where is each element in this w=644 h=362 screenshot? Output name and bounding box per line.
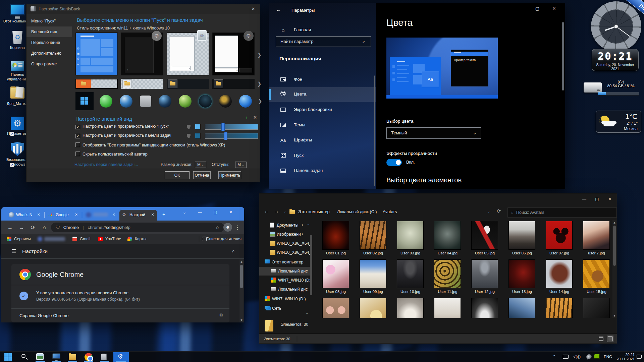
icon-size-select[interactable]: M ⌄ [195, 162, 206, 168]
checkbox-icon[interactable]: ✓ [75, 134, 80, 138]
expand-chevron-icon[interactable]: ⌄ [306, 311, 309, 315]
minimize-icon[interactable]: — [513, 3, 528, 14]
close-icon[interactable]: ✕ [604, 195, 615, 203]
menu-style-aero[interactable]: ⌕ ☺ [167, 33, 209, 75]
cancel-button[interactable]: Отмена [193, 171, 211, 179]
sib-checkbox-row[interactable]: ✓Настроить цвет и прозрачность панели за… [75, 133, 171, 140]
scroll-down-icon[interactable]: ▼ [239, 318, 244, 322]
file-item[interactable] [392, 298, 429, 318]
startisback-titlebar[interactable]: Настройки StartIsBack ✕ [26, 4, 260, 14]
settings-nav-fonts[interactable]: Aa Шрифты [269, 133, 376, 148]
taskbar-explorer[interactable] [66, 352, 79, 362]
clock-gadget[interactable] [591, 1, 641, 52]
minimize-icon[interactable]: — [193, 207, 207, 217]
collapse-chevron-icon[interactable]: ⌃ [307, 224, 310, 227]
start-orb-green[interactable] [179, 95, 192, 108]
sidebar-item-win7-win10-d2[interactable]: WIN7_WIN10 (D:) [259, 295, 312, 303]
sib-taskbar-perks-link[interactable]: Настроить перки панели задач... [74, 162, 138, 167]
start-orb-clover[interactable] [100, 95, 112, 108]
profile-avatar[interactable]: ☻ [223, 223, 232, 232]
file-thumbnail[interactable] [397, 221, 424, 250]
file-thumbnail[interactable] [434, 298, 461, 318]
file-thumbnail[interactable] [583, 259, 610, 288]
taskbar-startisback[interactable] [98, 352, 111, 362]
checkbox-icon[interactable] [75, 142, 80, 147]
explorer-search-input[interactable]: ⌕Поиск: Avatars [507, 207, 617, 218]
taskbar-style-dark[interactable] [167, 79, 209, 89]
sib-checkbox-row[interactable]: ✓Настроить цвет и прозрачность меню "Пус… [75, 124, 169, 131]
menu-style-contrast[interactable]: ⌕ ☺ [212, 33, 255, 75]
file-thumbnail[interactable] [360, 221, 386, 250]
tray-app-icon[interactable] [586, 354, 592, 360]
checkbox-icon[interactable]: ✓ [75, 125, 80, 129]
settings-nav-start[interactable]: Пуск [269, 148, 376, 163]
sidebar-item-network[interactable]: Сеть [259, 304, 312, 313]
tab-close-icon[interactable]: ✕ [75, 213, 78, 217]
content-scrollbar[interactable] [562, 22, 564, 90]
taskbar-display-app[interactable] [50, 352, 63, 362]
checkbox-icon[interactable] [75, 152, 80, 156]
file-thumbnail[interactable] [322, 298, 349, 318]
sib-nav-advanced[interactable]: Дополнительно [26, 48, 72, 59]
start-orb-black-blue[interactable] [159, 95, 171, 108]
sidebar-item-this-pc[interactable]: Этот компьютер [259, 258, 312, 266]
tab-settings-active[interactable]: ⚙ Настрой ✕ [119, 210, 157, 221]
file-thumbnail[interactable] [434, 221, 461, 250]
bookmark-gmail[interactable]: Gmail [80, 234, 90, 244]
sidebar-item-folder-win10[interactable]: WIN10_X86_X64_ [259, 239, 312, 248]
settings-nav-taskbar[interactable]: Панель задач [269, 164, 376, 178]
menu-style-dark[interactable]: ☺ ⌕ [121, 33, 163, 75]
maps-pin-icon[interactable] [127, 237, 132, 241]
scroll-up-icon[interactable]: ▲ [239, 260, 244, 263]
settings-nav-themes[interactable]: Темы [269, 118, 376, 133]
file-thumbnail[interactable] [508, 221, 535, 250]
file-thumbnail[interactable] [508, 298, 535, 318]
opacity-droplet-icon[interactable] [187, 125, 191, 129]
slider-handle[interactable] [221, 123, 225, 131]
maximize-icon[interactable]: ▢ [209, 207, 222, 217]
chrome-scrollbar[interactable]: ▲ ▼ [239, 259, 244, 322]
file-thumbnail[interactable] [546, 298, 573, 318]
spacing-select[interactable]: M ⌄ [235, 162, 247, 168]
sib-nav-about[interactable]: О программе [26, 59, 72, 69]
tab-close-icon[interactable]: ✕ [112, 213, 115, 217]
file-thumbnail[interactable] [322, 221, 349, 250]
settings-nav-lockscreen[interactable]: Экран блокировки [269, 103, 376, 117]
minimize-icon[interactable]: — [579, 195, 590, 203]
menu-style-win11[interactable]: ⚇▣⚙⏻ [75, 33, 118, 75]
sib-checkbox-row[interactable]: Отображать "Все программы" выпадающим сп… [75, 142, 225, 149]
tray-clock[interactable]: 20:2120.11.2021 [616, 353, 635, 361]
weather-gadget[interactable]: 1°C 2° / 1° Москва [596, 111, 641, 133]
tab-blurred[interactable]: ✕ [83, 210, 118, 221]
chevron-down-icon[interactable]: ⌄ [283, 209, 286, 213]
settings-nav-background[interactable]: Фон [269, 72, 376, 87]
apps-grid-icon[interactable] [7, 237, 11, 241]
file-thumbnail[interactable] [546, 259, 573, 288]
hamburger-menu-icon[interactable]: ☰ [11, 248, 16, 254]
volume-icon[interactable]: ◁))) [573, 354, 581, 359]
file-thumbnail[interactable] [322, 259, 349, 288]
disk-gadget[interactable]: (C:) 80.54 GB / 81% [584, 80, 640, 99]
chevron-right-icon[interactable]: ❯ [258, 98, 262, 104]
taskbar-chrome[interactable] [82, 352, 95, 362]
file-item[interactable] [355, 298, 392, 318]
reading-list-label[interactable]: Список для чтения [206, 234, 241, 244]
transparency-toggle[interactable] [386, 159, 402, 166]
sib-nav-switching[interactable]: Переключение [26, 37, 72, 48]
tab-google[interactable]: Google ✕ [46, 210, 80, 221]
tab-whats-new[interactable]: What's N ✕ [6, 210, 43, 221]
apply-button[interactable]: Применить [218, 171, 241, 179]
tab-close-icon[interactable]: ✕ [151, 213, 154, 217]
start-orb-alienware[interactable] [199, 95, 212, 108]
sidebar-item-pictures[interactable]: Изображени ✦ [259, 230, 312, 239]
file-item[interactable] [541, 298, 578, 318]
breadcrumb-avatars[interactable]: Avatars [383, 209, 397, 214]
color-mode-select[interactable]: Темный ⌄ [386, 127, 481, 139]
file-thumbnail[interactable] [471, 221, 498, 250]
add-icon[interactable]: + [245, 115, 248, 121]
file-thumbnail[interactable] [471, 259, 498, 288]
file-thumbnail[interactable] [508, 259, 535, 288]
refresh-icon[interactable]: ⟳ [29, 224, 37, 232]
sidebar-item-local-disk-c[interactable]: Локальный дис [259, 267, 312, 276]
menu-color-swatch[interactable] [195, 124, 201, 130]
